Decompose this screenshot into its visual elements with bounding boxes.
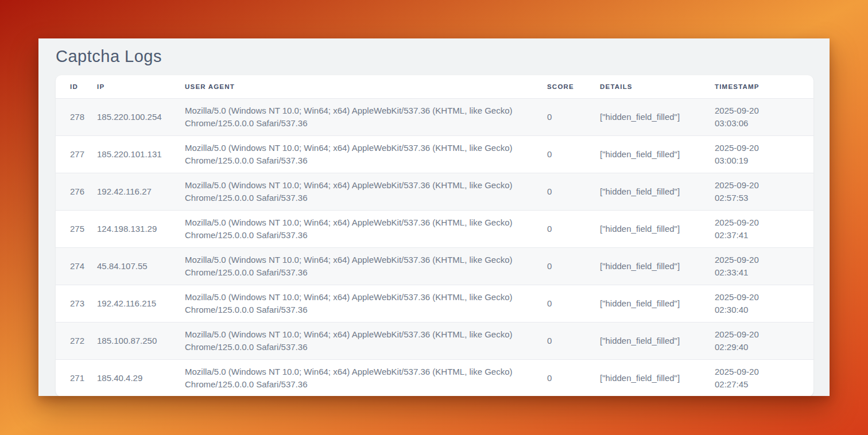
cell-score: 0 — [547, 148, 600, 161]
table-row: 276192.42.116.27Mozilla/5.0 (Windows NT … — [56, 173, 813, 210]
cell-details: ["hidden_field_filled"] — [600, 223, 715, 235]
column-header-details: DETAILS — [600, 83, 715, 90]
cell-ip: 192.42.116.27 — [97, 185, 185, 198]
cell-timestamp: 2025-09-20 02:27:45 — [715, 366, 813, 391]
cell-ip: 185.40.4.29 — [97, 372, 185, 384]
cell-score: 0 — [547, 335, 600, 347]
cell-id: 276 — [56, 185, 97, 198]
cell-user-agent: Mozilla/5.0 (Windows NT 10.0; Win64; x64… — [185, 142, 547, 167]
cell-ip: 124.198.131.29 — [97, 223, 185, 235]
cell-timestamp: 2025-09-20 02:57:53 — [715, 179, 813, 204]
cell-score: 0 — [547, 223, 600, 235]
cell-timestamp: 2025-09-20 02:29:40 — [715, 328, 813, 354]
table-row: 271185.40.4.29Mozilla/5.0 (Windows NT 10… — [56, 359, 813, 396]
cell-ip: 45.84.107.55 — [97, 260, 185, 273]
cell-timestamp: 2025-09-20 03:03:06 — [715, 104, 813, 130]
cell-timestamp: 2025-09-20 02:37:41 — [715, 216, 813, 242]
cell-id: 273 — [56, 297, 97, 310]
cell-user-agent: Mozilla/5.0 (Windows NT 10.0; Win64; x64… — [185, 291, 547, 316]
cell-id: 277 — [56, 148, 97, 161]
cell-details: ["hidden_field_filled"] — [600, 297, 715, 310]
cell-user-agent: Mozilla/5.0 (Windows NT 10.0; Win64; x64… — [185, 104, 547, 130]
cell-details: ["hidden_field_filled"] — [600, 111, 715, 123]
cell-user-agent: Mozilla/5.0 (Windows NT 10.0; Win64; x64… — [185, 328, 547, 354]
cell-timestamp: 2025-09-20 03:00:19 — [715, 142, 813, 167]
cell-score: 0 — [547, 297, 600, 310]
cell-details: ["hidden_field_filled"] — [600, 372, 715, 384]
cell-timestamp: 2025-09-20 02:33:41 — [715, 254, 813, 279]
column-header-id: ID — [56, 83, 97, 90]
cell-ip: 192.42.116.215 — [97, 297, 185, 310]
table-row: 273192.42.116.215Mozilla/5.0 (Windows NT… — [56, 285, 813, 322]
cell-details: ["hidden_field_filled"] — [600, 335, 715, 347]
cell-score: 0 — [547, 185, 600, 198]
cell-score: 0 — [547, 372, 600, 384]
table-body: 278185.220.100.254Mozilla/5.0 (Windows N… — [56, 98, 813, 396]
cell-ip: 185.220.101.131 — [97, 148, 185, 161]
captcha-logs-table: ID IP USER AGENT SCORE DETAILS TIMESTAMP… — [56, 75, 813, 396]
cell-score: 0 — [547, 111, 600, 123]
table-row: 272185.100.87.250Mozilla/5.0 (Windows NT… — [56, 322, 813, 359]
cell-details: ["hidden_field_filled"] — [600, 185, 715, 198]
cell-score: 0 — [547, 260, 600, 273]
cell-timestamp: 2025-09-20 02:30:40 — [715, 291, 813, 316]
table-row: 275124.198.131.29Mozilla/5.0 (Windows NT… — [56, 210, 813, 247]
table-header-row: ID IP USER AGENT SCORE DETAILS TIMESTAMP — [56, 75, 813, 98]
cell-user-agent: Mozilla/5.0 (Windows NT 10.0; Win64; x64… — [185, 179, 547, 204]
cell-ip: 185.100.87.250 — [97, 335, 185, 347]
column-header-timestamp: TIMESTAMP — [715, 83, 813, 90]
cell-user-agent: Mozilla/5.0 (Windows NT 10.0; Win64; x64… — [185, 216, 547, 242]
cell-details: ["hidden_field_filled"] — [600, 148, 715, 161]
table-row: 277185.220.101.131Mozilla/5.0 (Windows N… — [56, 135, 813, 173]
cell-ip: 185.220.100.254 — [97, 111, 185, 123]
table-header: ID IP USER AGENT SCORE DETAILS TIMESTAMP — [56, 75, 813, 98]
cell-id: 271 — [56, 372, 97, 384]
column-header-score: SCORE — [547, 83, 600, 90]
cell-user-agent: Mozilla/5.0 (Windows NT 10.0; Win64; x64… — [185, 366, 547, 391]
captcha-logs-card: Captcha Logs ID IP USER AGENT SCORE DETA… — [38, 38, 830, 396]
page-title: Captcha Logs — [56, 47, 162, 66]
cell-id: 275 — [56, 223, 97, 235]
cell-details: ["hidden_field_filled"] — [600, 260, 715, 273]
cell-id: 274 — [56, 260, 97, 273]
cell-id: 278 — [56, 111, 97, 123]
column-header-user-agent: USER AGENT — [185, 83, 547, 90]
cell-user-agent: Mozilla/5.0 (Windows NT 10.0; Win64; x64… — [185, 254, 547, 279]
cell-id: 272 — [56, 335, 97, 347]
table-row: 278185.220.100.254Mozilla/5.0 (Windows N… — [56, 98, 813, 135]
table-row: 27445.84.107.55Mozilla/5.0 (Windows NT 1… — [56, 247, 813, 285]
column-header-ip: IP — [97, 83, 185, 90]
